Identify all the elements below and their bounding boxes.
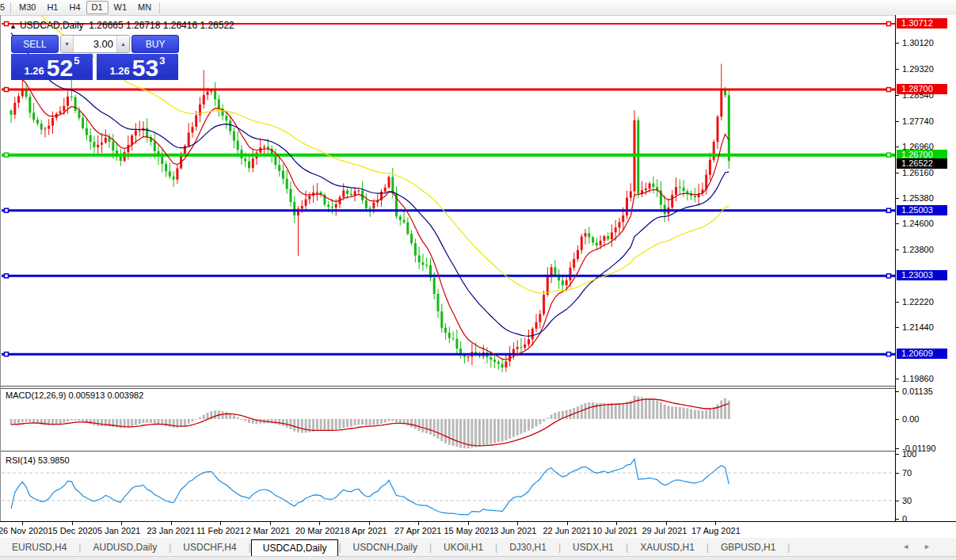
spin-up-icon: ▲	[120, 41, 126, 47]
sell-price-big: 52	[47, 56, 73, 80]
chart-tab-usdcad-daily[interactable]: USDCAD,Daily	[251, 539, 339, 556]
chart-left-border	[0, 15, 1, 521]
price-tick	[896, 198, 899, 199]
time-axis-tick	[270, 522, 271, 525]
macd-label: MACD(12,26,9) 0.005913 0.003982	[6, 390, 143, 400]
tf-w1-button[interactable]: W1	[109, 1, 133, 14]
macd-scale-tick	[896, 419, 899, 420]
chart-tab-eurusd-h4[interactable]: EURUSD,H4	[0, 539, 78, 556]
one-click-trading-panel: SELL ▼ ▲ BUY 1.26 52 5 1.26 53 3	[11, 35, 179, 80]
price-tick	[896, 250, 899, 250]
buy-price-big: 53	[132, 56, 158, 80]
timeframe-toolbar: 5 M30 H1 H4 D1 W1 MN	[0, 0, 956, 16]
chart-tab-audusd-daily[interactable]: AUDUSD,Daily	[81, 539, 169, 556]
macd-scale-tick	[896, 448, 899, 449]
buy-price-prefix: 1.26	[110, 65, 130, 77]
chart-tab-ukoil-h1[interactable]: UKOil,H1	[432, 539, 495, 556]
buy-price-display[interactable]: 1.26 53 3	[97, 54, 178, 80]
tf-d1-button[interactable]: D1	[86, 1, 109, 14]
price-tick	[896, 327, 899, 328]
chart-tab-usdchf-h4[interactable]: USDCHF,H4	[171, 539, 248, 556]
chart-tabs-bar: EURUSD,H4|AUDUSD,Daily|USDCHF,H4|USDCAD,…	[0, 538, 956, 556]
price-tick-label: 1.23800	[902, 246, 934, 254]
rsi-indicator-canvas[interactable]	[0, 452, 896, 521]
time-axis-label: 17 Aug 2021	[691, 526, 741, 535]
price-tick	[896, 173, 899, 173]
tf-mn-button[interactable]: MN	[132, 1, 157, 14]
status-bar	[0, 556, 956, 560]
time-axis-tick	[666, 522, 667, 525]
toolbar-separator	[159, 2, 160, 13]
rsi-scale-tick	[896, 473, 899, 474]
time-axis-label: 2 Mar 2021	[246, 526, 291, 535]
tf-m5-button[interactable]: 5	[0, 1, 8, 14]
rsi-scale-tick	[896, 454, 899, 455]
price-axis[interactable]: 1.301201.293201.285401.277401.269601.261…	[896, 15, 956, 522]
chart-tab-usdcnh-daily[interactable]: USDCNH,Daily	[341, 539, 429, 556]
chart-ohlc-values: 1.26665 1.26718 1.26416 1.26522	[89, 20, 234, 31]
time-axis[interactable]: 26 Nov 202015 Dec 20205 Jan 202123 Jan 2…	[0, 521, 956, 538]
chart-tab-xauusd-h1[interactable]: XAUUSD,H1	[628, 539, 707, 556]
time-axis-label: 3 Jun 2021	[493, 526, 536, 535]
rsi-scale-label: 100	[902, 450, 916, 459]
tf-h1-button[interactable]: H1	[41, 1, 63, 14]
tabs-scroll-left-icon[interactable]: ◄	[902, 543, 924, 550]
volume-decrease-button[interactable]: ▼	[61, 36, 74, 52]
toolbar-separator	[10, 2, 11, 13]
chart-tab-gbpusd-h1[interactable]: GBPUSD,H1	[709, 539, 787, 556]
time-axis-tick	[171, 522, 172, 525]
chart-title: ▲USDCAD,Daily 1.26665 1.26718 1.26416 1.…	[10, 20, 234, 31]
sell-price-display[interactable]: 1.26 52 5	[11, 54, 93, 80]
time-axis-tick	[418, 522, 419, 525]
spin-down-icon: ▼	[64, 41, 70, 47]
time-axis-tick	[369, 522, 370, 525]
macd-scale-tick	[896, 391, 899, 392]
price-tick	[896, 95, 899, 96]
time-axis-label: 22 Jun 2021	[543, 526, 592, 535]
rsi-scale-tick	[896, 501, 899, 501]
price-level-badge: 1.23003	[897, 270, 947, 280]
sell-price-pip: 5	[74, 55, 79, 67]
rsi-scale-label: 30	[902, 497, 912, 505]
time-axis-tick	[22, 522, 23, 525]
tab-separator: |	[787, 542, 790, 556]
price-tick-label: 1.25380	[902, 194, 934, 203]
tf-h4-button[interactable]: H4	[63, 1, 86, 14]
time-axis-label: 27 Apr 2021	[394, 526, 441, 535]
chart-expand-icon: ▲	[10, 22, 17, 30]
price-level-badge: 1.20609	[897, 349, 947, 359]
current-price-badge: 1.26522	[897, 158, 947, 169]
price-tick-label: 1.19860	[902, 375, 934, 383]
price-tick	[896, 302, 899, 303]
chart-symbol-period: USDCAD,Daily	[20, 20, 84, 31]
macd-scale-label: 0.00	[902, 415, 919, 424]
time-axis-tick	[220, 522, 221, 525]
time-axis-label: 15 Dec 2020	[48, 526, 97, 535]
price-tick-label: 1.30120	[902, 39, 934, 48]
price-tick	[896, 147, 899, 147]
time-axis-label: 8 Apr 2021	[345, 526, 387, 535]
time-axis-label: 29 Jul 2021	[642, 526, 687, 535]
time-axis-tick	[72, 522, 73, 525]
time-axis-tick	[567, 522, 568, 525]
volume-input[interactable]	[74, 36, 116, 52]
rsi-scale-tick	[896, 519, 899, 520]
price-tick-label: 1.21440	[902, 323, 934, 332]
macd-scale-label: 0.01135	[902, 387, 933, 396]
time-axis-label: 20 Mar 2021	[295, 526, 345, 535]
tf-m30-button[interactable]: M30	[13, 1, 41, 14]
chart-tab-dj30-h1[interactable]: DJ30,H1	[497, 539, 558, 556]
price-level-badge: 1.25003	[897, 205, 947, 215]
chart-tab-usdx-h1[interactable]: USDX,H1	[561, 539, 626, 556]
time-axis-label: 5 Jan 2021	[97, 526, 140, 535]
price-tick-label: 1.22220	[902, 298, 934, 307]
price-tick	[896, 121, 899, 122]
tabs-scroll-right-icon[interactable]: ►	[924, 543, 945, 550]
buy-button[interactable]: BUY	[131, 35, 179, 53]
price-tick	[896, 223, 899, 224]
trading-terminal-window: 5 M30 H1 H4 D1 W1 MN 1.301201.293201.285…	[0, 0, 956, 560]
sell-price-prefix: 1.26	[25, 65, 44, 77]
volume-increase-button[interactable]: ▲	[116, 36, 129, 52]
sell-button[interactable]: SELL	[11, 35, 59, 53]
price-tick-label: 1.26160	[902, 169, 934, 177]
